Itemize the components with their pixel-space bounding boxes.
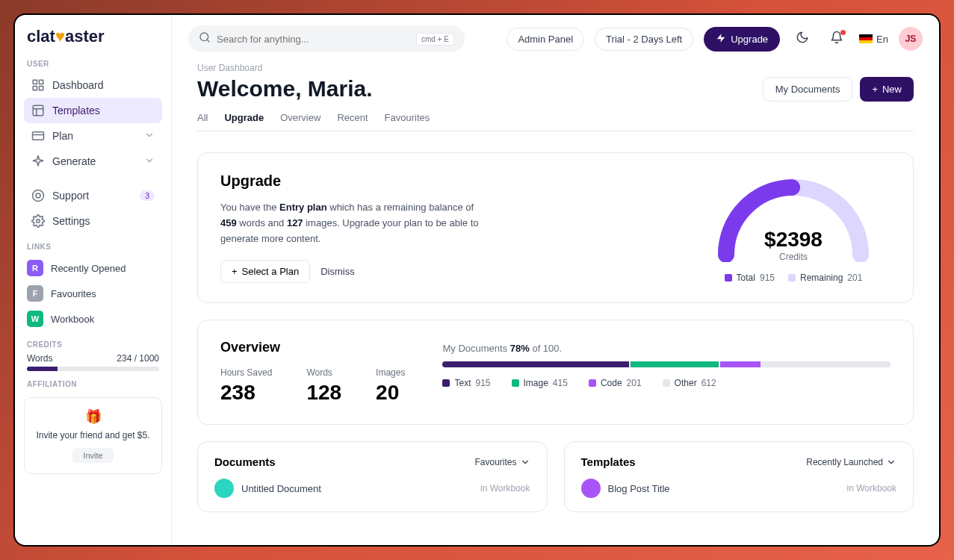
svg-rect-3 <box>40 87 43 90</box>
dismiss-button[interactable]: Dismiss <box>320 260 355 283</box>
template-icon <box>581 479 601 498</box>
legend-text: Text915 <box>442 378 490 388</box>
templates-filter[interactable]: Recently Launched <box>806 457 896 467</box>
notification-dot <box>840 30 846 35</box>
upgrade-title: Upgrade <box>220 172 666 190</box>
overview-title: Overview <box>220 340 405 355</box>
search-input[interactable] <box>217 34 410 45</box>
link-favourites[interactable]: FFavourites <box>24 281 162 306</box>
link-recently opened[interactable]: RRecently Opened <box>24 255 162 281</box>
legend-image: Image415 <box>512 378 568 388</box>
moon-icon <box>796 31 809 47</box>
nav-dashboard[interactable]: Dashboard <box>24 72 162 98</box>
chevron-down-icon <box>520 457 530 467</box>
trial-badge[interactable]: Trial - 2 Days Left <box>595 28 693 51</box>
stat-images: Images20 <box>376 367 405 405</box>
sidebar: clat♥aster USER Dashboard Templates Plan… <box>15 15 172 545</box>
credits-row: Words 234 / 1000 <box>27 353 159 364</box>
search-kbd: cmd + E <box>416 33 454 46</box>
tab-overview[interactable]: Overview <box>280 112 320 131</box>
svg-rect-1 <box>40 80 43 84</box>
grid-icon <box>31 78 45 92</box>
upgrade-text: You have the Entry plan which has a rema… <box>220 200 482 246</box>
gift-icon: 🎁 <box>32 408 154 425</box>
templates-title: Templates <box>581 455 636 468</box>
flag-icon <box>859 34 873 43</box>
svg-point-9 <box>33 190 44 202</box>
document-item[interactable]: Untitled Document in Workbook <box>214 479 530 498</box>
svg-point-10 <box>36 193 40 198</box>
legend-other: Other612 <box>663 378 716 388</box>
tabs: AllUpgradeOverviewRecentFavourites <box>197 112 914 131</box>
card-icon <box>31 129 45 143</box>
search-box[interactable]: cmd + E <box>188 25 465 52</box>
gear-icon <box>31 214 45 228</box>
usage-legend: Text915Image415Code201Other612 <box>442 378 890 388</box>
documents-usage-line: My Documents 78% of 100. <box>442 343 890 354</box>
gauge-value: $2398 <box>711 228 876 252</box>
invite-button[interactable]: Invite <box>72 448 113 463</box>
admin-panel-link[interactable]: Admin Panel <box>507 28 584 51</box>
stat-words: Words128 <box>306 367 341 405</box>
document-icon <box>214 479 234 498</box>
nav-support[interactable]: Support 3 <box>24 183 162 208</box>
notifications-button[interactable] <box>825 27 849 51</box>
theme-toggle[interactable] <box>790 27 814 51</box>
nav-settings[interactable]: Settings <box>24 208 162 234</box>
nav-plan[interactable]: Plan <box>24 123 162 149</box>
nav-generate[interactable]: Generate <box>24 149 162 174</box>
link-badge-icon: W <box>27 311 43 327</box>
link-workbook[interactable]: WWorkbook <box>24 306 162 332</box>
section-links: LINKS <box>27 243 162 251</box>
upgrade-card: Upgrade You have the Entry plan which ha… <box>197 152 914 303</box>
credits-gauge: $2398 Credits Total915 Remaining201 <box>696 172 890 283</box>
link-badge-icon: R <box>27 260 43 276</box>
documents-filter[interactable]: Favourites <box>474 457 530 467</box>
svg-rect-2 <box>33 87 37 90</box>
template-icon <box>31 104 45 117</box>
legend-code: Code201 <box>589 378 642 388</box>
logo: clat♥aster <box>24 27 162 46</box>
tab-upgrade[interactable]: Upgrade <box>224 112 264 131</box>
template-item[interactable]: Blog Post Title in Workbook <box>581 479 897 498</box>
plus-icon: + <box>232 266 238 277</box>
documents-panel: Documents Favourites Untitled Document i… <box>197 441 548 512</box>
overview-card: Overview Hours Saved238Words128Images20 … <box>197 320 914 425</box>
usage-bar <box>442 361 890 367</box>
legend-remaining: Remaining201 <box>788 273 862 283</box>
upgrade-button[interactable]: Upgrade <box>704 27 780 52</box>
support-badge: 3 <box>140 190 155 201</box>
chevron-down-icon <box>144 130 155 143</box>
select-plan-button[interactable]: + Select a Plan <box>220 260 310 283</box>
tab-recent[interactable]: Recent <box>337 112 368 131</box>
tab-all[interactable]: All <box>197 112 208 131</box>
svg-line-13 <box>207 40 209 42</box>
flame-icon: ♥ <box>55 27 65 46</box>
plus-icon: + <box>872 84 878 95</box>
gauge-label: Credits <box>711 252 876 262</box>
chevron-down-icon <box>144 155 155 168</box>
credits-progress <box>27 367 159 371</box>
tab-favourites[interactable]: Favourites <box>385 112 430 131</box>
breadcrumb: User Dashboard <box>197 63 914 73</box>
my-documents-button[interactable]: My Documents <box>763 77 853 102</box>
bolt-icon <box>716 33 726 46</box>
user-avatar[interactable]: JS <box>899 27 923 51</box>
templates-panel: Templates Recently Launched Blog Post Ti… <box>564 441 914 512</box>
support-icon <box>31 189 45 202</box>
svg-point-11 <box>37 220 40 223</box>
section-credits: CREDITS <box>27 340 162 349</box>
language-selector[interactable]: En <box>859 34 888 45</box>
stat-hours saved: Hours Saved238 <box>220 367 272 405</box>
svg-rect-7 <box>33 132 44 140</box>
new-button[interactable]: + New <box>860 77 914 102</box>
legend-total: Total915 <box>725 273 775 283</box>
search-icon <box>199 31 211 46</box>
nav-templates[interactable]: Templates <box>24 98 162 123</box>
documents-title: Documents <box>214 455 276 468</box>
chevron-down-icon <box>886 457 896 467</box>
invite-card: 🎁 Invite your friend and get $5. Invite <box>24 397 162 474</box>
page-title: Welcome, Maria. <box>197 76 373 102</box>
svg-rect-4 <box>33 105 43 116</box>
link-badge-icon: F <box>27 285 43 302</box>
